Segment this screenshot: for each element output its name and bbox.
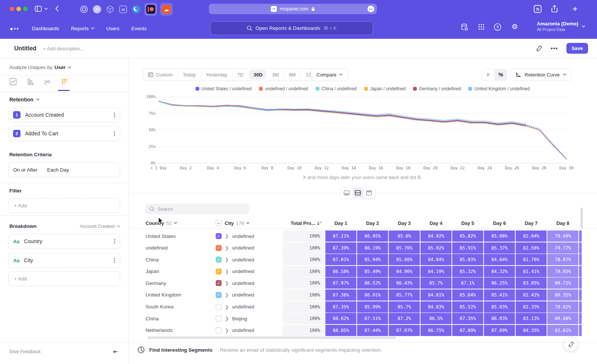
minimize-window-button[interactable]	[16, 7, 21, 11]
criteria-interval[interactable]: Each Day	[47, 167, 69, 173]
retention-cell[interactable]: 80.68%	[547, 313, 578, 324]
row-checkbox[interactable]: ✓	[216, 245, 222, 251]
retention-cell[interactable]: 81.76%	[516, 254, 547, 265]
criteria-condition[interactable]: On or After	[13, 167, 37, 173]
kebab-menu-icon[interactable]: •••	[113, 112, 115, 118]
range-30d[interactable]: 30D	[249, 70, 266, 79]
nav-dashboards[interactable]: Dashboards	[32, 26, 59, 31]
day-column-header[interactable]: Day 1	[325, 220, 356, 226]
filter-add-button[interactable]: + Add	[8, 198, 120, 213]
step-event-name[interactable]: Account Created	[25, 112, 64, 118]
mixpanel-logo[interactable]: ●••	[10, 25, 19, 32]
row-checkbox[interactable]	[216, 304, 222, 310]
expand-row-icon[interactable]: ❯	[225, 304, 229, 310]
retention-cell[interactable]: 86.25%	[484, 277, 515, 289]
soundcloud-tab-icon[interactable]: ☁	[160, 3, 173, 16]
day-column-header[interactable]: Day 5	[452, 220, 483, 226]
retention-cell[interactable]: 84.64%	[484, 254, 515, 265]
expand-row-icon[interactable]: ❯	[225, 269, 229, 274]
retention-cell[interactable]: 85.82%	[452, 230, 483, 242]
retention-cell[interactable]: 85.37%	[484, 242, 515, 254]
avatar-extension-icon[interactable]: m	[91, 4, 103, 15]
retention-cell[interactable]: 83.05%	[516, 277, 547, 289]
retention-cell[interactable]: 81.41%	[516, 266, 547, 277]
retention-cell[interactable]: 85.83%	[452, 254, 483, 265]
range-yesterday[interactable]: Yesterday	[201, 69, 232, 81]
new-tab-icon[interactable]: +	[572, 4, 578, 14]
patreon-tab-icon[interactable]	[144, 3, 157, 16]
share-link-fab[interactable]	[564, 337, 578, 351]
expand-row-icon[interactable]: ❯	[225, 292, 229, 298]
retention-cell[interactable]: 85.03%	[484, 301, 515, 313]
find-segments-row[interactable]: Find Interesting Segments Receive an ema…	[137, 346, 382, 354]
absolute-numbers-toggle[interactable]: #	[482, 69, 494, 80]
chart-type-selector[interactable]: Retention Curve	[510, 68, 572, 81]
retention-cell[interactable]: 88.85%	[325, 325, 356, 336]
kebab-menu-icon[interactable]: •••	[113, 131, 115, 136]
retention-cell[interactable]: 79.05%	[547, 266, 578, 277]
zoom-window-button[interactable]	[23, 7, 28, 11]
find-segments-title[interactable]: Find Interesting Segments	[149, 347, 213, 353]
breakdown-country[interactable]: Aa Country •••	[8, 234, 120, 249]
retention-cell[interactable]: 84.84%	[421, 254, 451, 265]
legend-item[interactable]: United Kingdom / undefined	[468, 86, 529, 91]
retention-chart[interactable]: 100%75%50%25%0%	[159, 97, 566, 163]
cube-extension-icon[interactable]	[104, 4, 116, 15]
retention-cell[interactable]: 84.96%	[389, 266, 420, 277]
retention-cell[interactable]: 85.41%	[484, 289, 515, 301]
retention-cell[interactable]: 85.08%	[484, 230, 515, 242]
project-switcher[interactable]: Amazonia {Demo} All Project Data	[537, 21, 585, 32]
address-bar[interactable]: •• mixpanel.com •••	[209, 4, 377, 14]
retention-cell[interactable]: 85.6%	[389, 230, 420, 242]
retention-cell[interactable]: 82.61%	[547, 325, 578, 336]
city-column-header[interactable]: City 176	[225, 220, 283, 226]
collapse-sidebar-icon[interactable]: ⇤	[113, 348, 118, 355]
retention-cell[interactable]: 87.97%	[325, 277, 356, 289]
day-column-header[interactable]: Day 3	[389, 220, 420, 226]
layout-table-only-button[interactable]	[364, 188, 374, 198]
range-6m[interactable]: 6M	[284, 69, 300, 81]
legend-item[interactable]: United States / undefined	[196, 86, 252, 91]
retention-cell[interactable]: 87.1%	[452, 277, 483, 289]
retention-cell[interactable]: 85.32%	[452, 266, 483, 277]
row-checkbox[interactable]	[216, 327, 222, 333]
copy-link-icon[interactable]	[536, 45, 543, 52]
help-icon[interactable]: ?	[494, 23, 501, 31]
expand-row-icon[interactable]: ❯	[225, 280, 229, 286]
retention-cell[interactable]: 85.52%	[452, 301, 483, 313]
globe-extension-icon[interactable]	[131, 4, 142, 15]
sidebar-toggle-icon[interactable]	[35, 6, 42, 12]
breakdown-add-button[interactable]: + Add	[8, 271, 120, 286]
retention-cell[interactable]: 82.04%	[516, 230, 547, 242]
retention-cell[interactable]: 85.94%	[357, 254, 388, 265]
retention-cell[interactable]: 85.66%	[389, 254, 420, 265]
site-options-icon[interactable]: •••	[368, 6, 374, 12]
compare-button[interactable]: Compare	[311, 68, 348, 81]
table-search-input[interactable]	[157, 206, 240, 212]
legend-item[interactable]: Japan / undefined	[364, 86, 406, 91]
retention-cell[interactable]: 83.13%	[516, 313, 547, 324]
row-checkbox[interactable]: ✓	[216, 292, 222, 298]
expand-row-icon[interactable]: ❯	[225, 316, 229, 321]
retention-cell[interactable]: 85.7%	[389, 301, 420, 313]
legend-item[interactable]: Germany / undefined	[413, 86, 461, 91]
table-search[interactable]	[146, 204, 249, 214]
step-event-name[interactable]: Added To Cart	[25, 131, 58, 136]
tab-funnels-icon[interactable]	[26, 78, 34, 85]
retention-cell[interactable]: 82.56%	[516, 242, 547, 254]
legend-item[interactable]: undefined / undefined	[259, 86, 308, 91]
breakdown-property[interactable]: City	[24, 257, 33, 263]
retention-cell[interactable]: 86.19%	[357, 242, 388, 254]
range-3m[interactable]: 3M	[267, 69, 284, 81]
analyze-uniques-control[interactable]: Analyze Uniques by User	[9, 65, 71, 70]
retention-cell[interactable]: 85.77%	[389, 289, 420, 301]
retention-criteria-control[interactable]: On or After Each Day	[8, 162, 120, 177]
retention-cell[interactable]: 79.49%	[547, 230, 578, 242]
report-title[interactable]: Untitled	[14, 45, 37, 52]
tab-insights-icon[interactable]	[9, 78, 17, 85]
retention-cell[interactable]: 79.62%	[547, 301, 578, 313]
settings-gear-icon[interactable]: ⚙	[512, 22, 518, 31]
total-column-header[interactable]: Total Pro...	[283, 220, 325, 226]
retention-cell[interactable]: 78.87%	[547, 254, 578, 265]
retention-cell[interactable]: 87.39%	[325, 242, 356, 254]
